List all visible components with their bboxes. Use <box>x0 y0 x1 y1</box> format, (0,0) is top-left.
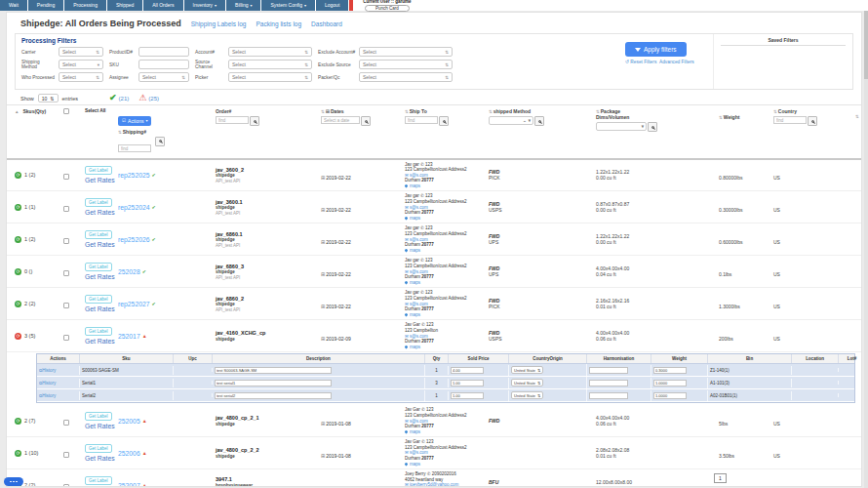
email-link[interactable]: s@s.com <box>410 334 428 339</box>
nav-tab-logout[interactable]: Logout <box>316 0 348 11</box>
country-search-input[interactable] <box>773 116 807 124</box>
ship-to-search-button[interactable] <box>439 116 449 126</box>
filter-select[interactable]: Select▾ <box>59 60 103 69</box>
nav-tab-system-config[interactable]: System Config▾ <box>261 0 315 11</box>
shipping-number-link[interactable]: 252007 <box>118 482 140 487</box>
shipping-number-link[interactable]: 252017 <box>118 333 140 340</box>
maps-link[interactable]: maps <box>410 216 420 221</box>
maps-link[interactable]: maps <box>410 280 420 285</box>
email-link[interactable]: joeyberry5d@yahoo.com <box>410 482 458 487</box>
page-size-select[interactable]: 10⇅ <box>38 94 59 102</box>
shipping-number-link[interactable]: 252005 <box>118 418 140 425</box>
filter-select[interactable]: Select⇅ <box>359 47 453 57</box>
apply-filters-button[interactable]: Apply filters <box>625 42 687 57</box>
get-rates-link[interactable]: Get Rates <box>85 241 115 248</box>
email-link[interactable]: s@s.com <box>410 173 428 178</box>
harmonisation-input[interactable] <box>589 367 628 374</box>
nav-tab-inventory[interactable]: Inventory▾ <box>184 0 226 11</box>
filter-select[interactable]: Select⇅ <box>138 72 189 82</box>
filter-select[interactable]: Select⇅ <box>359 72 453 82</box>
row-checkbox[interactable] <box>63 452 69 458</box>
sort-asc-icon[interactable]: ▲ <box>15 109 19 114</box>
description-input[interactable] <box>215 380 332 386</box>
get-label-button[interactable]: Get Label <box>85 444 112 453</box>
punch-card-button[interactable]: Punch Card <box>365 5 410 12</box>
get-rates-link[interactable]: Get Rates <box>85 177 115 183</box>
maps-link[interactable]: maps <box>410 248 420 253</box>
packing-lists-log-link[interactable]: Packing lists log <box>256 20 301 27</box>
harmonisation-input[interactable] <box>589 392 628 399</box>
get-label-button[interactable]: Get Label <box>85 412 112 421</box>
email-link[interactable]: s@s.com <box>410 237 428 242</box>
weight-input[interactable] <box>653 380 687 386</box>
maps-link[interactable]: maps <box>410 312 420 317</box>
sold-price-input[interactable] <box>451 380 484 386</box>
sold-price-input[interactable] <box>451 367 484 374</box>
get-rates-link[interactable]: Get Rates <box>85 423 115 429</box>
history-link[interactable]: ⧉History <box>39 368 56 373</box>
date-search-button[interactable] <box>361 116 371 126</box>
nav-tab-pending[interactable]: Pending <box>28 0 63 11</box>
row-checkbox[interactable] <box>63 335 69 341</box>
vertical-scrollbar[interactable] <box>864 11 868 488</box>
pagination-box[interactable]: 1 <box>714 473 727 483</box>
row-checkbox[interactable] <box>63 270 69 276</box>
ok-count-link[interactable]: (21) <box>119 96 130 102</box>
chat-widget[interactable] <box>4 477 23 486</box>
history-link[interactable]: ⧉History <box>39 393 56 398</box>
select-all-checkbox[interactable] <box>63 108 69 114</box>
maps-link[interactable]: maps <box>410 345 420 349</box>
actions-button[interactable]: ☑ Actions ▾ <box>118 116 151 126</box>
email-link[interactable]: s@s.com <box>410 205 428 210</box>
col-tail-sort[interactable]: ⇅ <box>855 108 862 119</box>
maps-link[interactable]: maps <box>410 462 420 467</box>
dims-filter-select[interactable]: ▾ <box>596 122 647 131</box>
filter-select[interactable]: Select⇅ <box>228 60 312 69</box>
get-label-button[interactable]: Get Label <box>85 230 112 239</box>
shipping-number-link[interactable]: rep252024 <box>118 204 150 211</box>
nav-tab-all-orders[interactable]: All Orders <box>143 0 182 11</box>
filter-select[interactable]: Select⇅ <box>59 47 103 57</box>
description-input[interactable] <box>215 392 332 399</box>
get-rates-link[interactable]: Get Rates <box>85 338 115 345</box>
dims-search-button[interactable] <box>648 122 657 132</box>
row-checkbox[interactable] <box>63 420 69 426</box>
harmonisation-input[interactable] <box>589 380 628 386</box>
email-link[interactable]: s@s.com <box>410 450 428 455</box>
filter-select[interactable]: Select⇅ <box>228 47 312 57</box>
history-link[interactable]: ⧉History <box>39 381 56 386</box>
weight-input[interactable] <box>653 392 687 399</box>
filter-select[interactable]: Select⇅ <box>59 72 103 82</box>
shipping-search-input[interactable] <box>118 144 151 152</box>
filter-select[interactable]: Select⇅ <box>228 72 312 82</box>
country-origin-select[interactable]: United State⇅ <box>511 379 543 386</box>
row-checkbox[interactable] <box>63 484 69 487</box>
method-search-button[interactable] <box>534 116 544 126</box>
filter-select[interactable]: Select⇅ <box>359 60 453 69</box>
sold-price-input[interactable] <box>451 392 484 399</box>
description-input[interactable] <box>215 367 332 374</box>
advanced-filters-link[interactable]: Advanced Filters <box>659 60 694 64</box>
nav-tab-billing[interactable]: Billing▾ <box>226 0 260 11</box>
order-search-button[interactable] <box>250 116 259 126</box>
order-search-input[interactable] <box>216 116 249 124</box>
nav-tab-wait[interactable]: Wait <box>0 0 27 11</box>
shipping-number-link[interactable]: rep252025 <box>118 172 150 179</box>
shipping-number-link[interactable]: rep252027 <box>118 301 150 307</box>
shipping-number-link[interactable]: 252028 <box>118 268 140 275</box>
email-link[interactable]: s@s.com <box>410 419 428 424</box>
country-origin-select[interactable]: United State⇅ <box>511 366 543 374</box>
get-label-button[interactable]: Get Label <box>85 327 112 336</box>
reset-filters-link[interactable]: ↺ Reset Filters <box>625 60 656 64</box>
date-filter-input[interactable] <box>321 116 360 124</box>
get-rates-link[interactable]: Get Rates <box>85 455 115 462</box>
filter-input[interactable] <box>138 60 189 69</box>
shipping-number-link[interactable]: 252006 <box>118 450 140 457</box>
get-label-button[interactable]: Get Label <box>85 263 112 271</box>
col-skus-qty[interactable]: ▲ Skus(Qty) <box>15 108 63 114</box>
email-link[interactable]: s@s.com <box>410 302 428 306</box>
get-label-button[interactable]: Get Label <box>85 295 112 304</box>
shipping-labels-log-link[interactable]: Shipping Labels log <box>191 20 247 27</box>
row-checkbox[interactable] <box>63 303 69 308</box>
get-rates-link[interactable]: Get Rates <box>85 305 115 312</box>
